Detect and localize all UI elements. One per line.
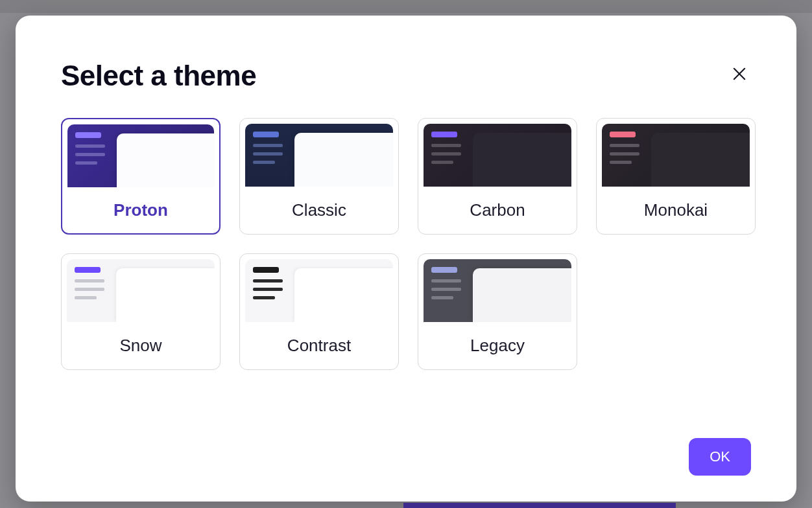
modal-footer: OK [61, 419, 751, 476]
preview-line [75, 279, 104, 283]
preview-line [431, 296, 453, 299]
preview-line [75, 153, 105, 156]
preview-line [75, 161, 97, 165]
preview-panel [294, 268, 393, 322]
preview-line [610, 144, 639, 147]
preview-line [75, 296, 97, 299]
close-button[interactable] [728, 62, 751, 86]
theme-preview [424, 259, 571, 322]
preview-sidebar [245, 124, 294, 187]
preview-panel [473, 268, 571, 322]
preview-line [431, 288, 461, 291]
theme-card-monokai[interactable]: Monokai [596, 118, 756, 235]
theme-label: Monokai [597, 187, 755, 234]
theme-card-carbon[interactable]: Carbon [418, 118, 577, 235]
theme-card-proton[interactable]: Proton [61, 118, 221, 235]
preview-line [610, 161, 632, 164]
preview-accent-bar [75, 267, 101, 273]
preview-accent-bar [75, 132, 101, 138]
preview-line [431, 279, 461, 283]
preview-line [75, 144, 105, 148]
preview-sidebar [602, 124, 651, 187]
theme-grid: ProtonClassicCarbonMonokaiSnowContrastLe… [61, 118, 751, 370]
preview-line [431, 161, 453, 164]
preview-sidebar [424, 259, 473, 322]
preview-sidebar [245, 259, 294, 322]
theme-label: Carbon [418, 187, 577, 234]
preview-line [253, 288, 283, 291]
theme-label: Legacy [418, 322, 577, 369]
preview-line [253, 161, 275, 164]
preview-panel [116, 268, 215, 322]
preview-line [431, 152, 461, 156]
close-icon [730, 65, 748, 83]
preview-line [431, 144, 461, 147]
theme-label: Snow [62, 322, 220, 369]
preview-line [253, 152, 283, 156]
theme-label: Classic [240, 187, 398, 234]
theme-preview [67, 259, 215, 322]
preview-panel [117, 133, 214, 187]
preview-sidebar [67, 259, 116, 322]
theme-card-snow[interactable]: Snow [61, 253, 221, 370]
theme-preview [602, 124, 750, 187]
preview-line [253, 296, 275, 299]
preview-accent-bar [431, 132, 457, 137]
theme-select-modal: Select a theme ProtonClassicCarbonMonoka… [16, 16, 796, 502]
theme-preview [424, 124, 571, 187]
preview-panel [294, 133, 393, 187]
preview-sidebar [424, 124, 473, 187]
preview-panel [473, 133, 571, 187]
modal-header: Select a theme [61, 60, 751, 92]
theme-preview [245, 259, 393, 322]
preview-panel [651, 133, 750, 187]
ok-button[interactable]: OK [689, 438, 751, 476]
theme-label: Contrast [240, 322, 398, 369]
theme-label: Proton [62, 187, 219, 233]
theme-card-classic[interactable]: Classic [239, 118, 399, 235]
preview-accent-bar [253, 267, 279, 273]
theme-preview [67, 124, 214, 187]
preview-line [253, 144, 283, 147]
preview-line [253, 279, 283, 283]
theme-card-contrast[interactable]: Contrast [239, 253, 399, 370]
preview-accent-bar [610, 132, 636, 137]
background-accent-bar [403, 503, 676, 508]
modal-title: Select a theme [61, 60, 256, 92]
preview-sidebar [67, 124, 117, 187]
preview-accent-bar [253, 132, 279, 137]
preview-line [75, 288, 104, 291]
theme-preview [245, 124, 393, 187]
preview-line [610, 152, 639, 156]
preview-accent-bar [431, 267, 457, 273]
theme-card-legacy[interactable]: Legacy [418, 253, 577, 370]
